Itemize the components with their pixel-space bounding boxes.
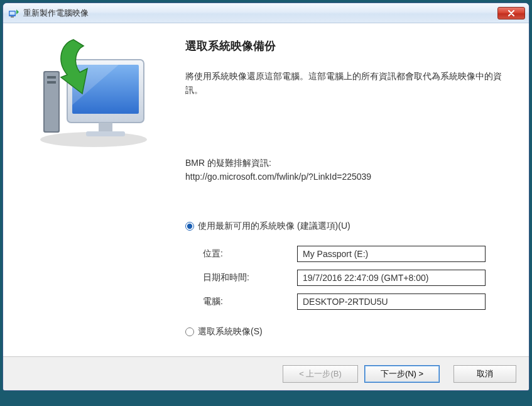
titlebar: 重新製作電腦映像 [3,3,529,23]
back-button: < 上一步(B) [283,365,358,383]
radio-select-image[interactable]: 選取系統映像(S) [185,326,505,337]
location-label: 位置: [203,248,297,260]
svg-rect-7 [47,81,56,84]
svg-rect-2 [11,16,14,18]
bmr-info: BMR 的疑難排解資訊: http://go.microsoft.com/fwl… [185,156,505,184]
wizard-image-panel [3,23,185,356]
radio-use-latest-label: 使用最新可用的系統映像 (建議選項)(U) [198,221,350,232]
image-details: 位置: My Passport (E:) 日期和時間: 19/7/2016 22… [203,246,505,310]
description-text: 將使用系統映像還原這部電腦。這部電腦上的所有資訊都會取代為系統映像中的資訊。 [185,70,505,97]
wizard-window: 重新製作電腦映像 [3,3,529,391]
computer-value: DESKTOP-2RTDU5U [297,294,486,310]
svg-rect-1 [10,11,15,14]
radio-select-image-label: 選取系統映像(S) [198,326,263,337]
app-icon [8,8,19,19]
close-icon [508,10,515,16]
bmr-label: BMR 的疑難排解資訊: [185,156,505,170]
field-datetime: 日期和時間: 19/7/2016 22:47:09 (GMT+8:00) [203,270,505,286]
radio-use-latest-input[interactable] [185,222,194,231]
window-title: 重新製作電腦映像 [23,8,497,19]
bmr-link[interactable]: http://go.microsoft.com/fwlink/p/?LinkId… [185,170,505,184]
content-area: 選取系統映像備份 將使用系統映像還原這部電腦。這部電腦上的所有資訊都會取代為系統… [3,23,529,356]
button-bar: < 上一步(B) 下一步(N) > 取消 [3,356,529,390]
svg-rect-11 [86,131,125,136]
page-title: 選取系統映像備份 [185,38,505,53]
field-computer: 電腦: DESKTOP-2RTDU5U [203,294,505,310]
radio-select-image-input[interactable] [185,327,194,336]
cancel-button[interactable]: 取消 [453,365,516,383]
radio-use-latest[interactable]: 使用最新可用的系統映像 (建議選項)(U) [185,221,505,232]
main-panel: 選取系統映像備份 將使用系統映像還原這部電腦。這部電腦上的所有資訊都會取代為系統… [185,23,529,356]
datetime-label: 日期和時間: [203,272,297,283]
location-value: My Passport (E:) [297,246,486,262]
svg-rect-10 [99,123,112,131]
field-location: 位置: My Passport (E:) [203,246,505,262]
computer-label: 電腦: [203,296,297,307]
restore-image-icon [18,36,150,149]
close-button[interactable] [497,7,525,19]
next-button[interactable]: 下一步(N) > [364,365,440,383]
datetime-value: 19/7/2016 22:47:09 (GMT+8:00) [297,270,486,286]
svg-rect-6 [47,76,56,79]
